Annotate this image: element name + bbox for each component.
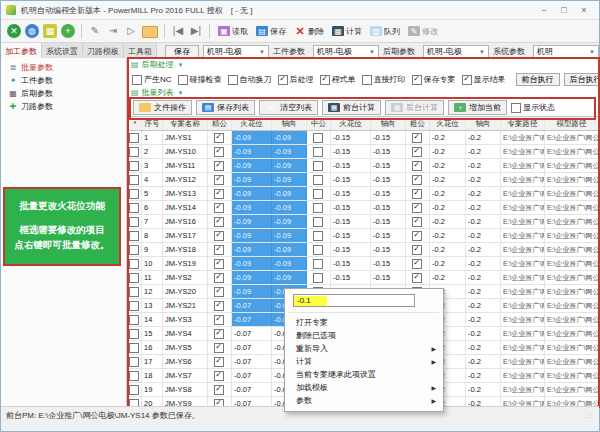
menu-item-计算[interactable]: 计算▶ [285, 355, 443, 368]
row-checkbox[interactable] [129, 343, 139, 353]
menu-item-打开专案[interactable]: 打开专案 [285, 316, 443, 329]
tree-item-工件参数[interactable]: ✦工件参数 [8, 74, 126, 87]
table-row[interactable]: 10JM-YS19-0.09-0.09-0.15-0.15-0.2-0.2E:\… [129, 257, 598, 271]
mid-enable-cell[interactable] [307, 271, 331, 284]
mid-axial-cell[interactable]: -0.15 [371, 173, 406, 186]
rough-spark-cell[interactable]: -0.2 [430, 159, 466, 172]
mid-spark-cell[interactable]: -0.15 [331, 243, 371, 256]
fine-axial-cell[interactable]: -0.09 [272, 257, 307, 270]
fine-enable-cell[interactable] [208, 383, 232, 396]
file-operation-button[interactable]: 文件操作 [133, 100, 192, 115]
run-icon[interactable]: ▷ [124, 24, 138, 38]
row-select-cell[interactable] [129, 299, 142, 312]
background-calc-button[interactable]: ▦后台计算 [385, 100, 444, 115]
mid-enable-cell[interactable] [307, 229, 331, 242]
rough-axial-cell[interactable]: -0.2 [466, 369, 501, 382]
table-row[interactable]: 9JM-YS18-0.09-0.09-0.15-0.15-0.2-0.2E:\企… [129, 243, 598, 257]
row-checkbox[interactable] [129, 231, 139, 241]
fine-spark-cell[interactable]: -0.09 [232, 257, 272, 270]
fine-enable-cell[interactable] [208, 271, 232, 284]
fine-spark-cell[interactable]: -0.07 [232, 383, 272, 396]
fine-spark-cell[interactable]: -0.09 [232, 201, 272, 214]
fine-enable-cell[interactable] [208, 355, 232, 368]
rough-axial-cell[interactable]: -0.2 [466, 159, 501, 172]
mid-axial-cell[interactable]: -0.15 [371, 159, 406, 172]
后台执行-button[interactable]: 后台执行 [564, 73, 600, 86]
menu-item-重新导入[interactable]: 重新导入▶ [285, 342, 443, 355]
rough-axial-cell[interactable]: -0.2 [466, 145, 501, 158]
rough-enable-cell[interactable] [406, 173, 430, 186]
row-checkbox[interactable] [129, 315, 139, 325]
rough-enable-cell[interactable] [406, 145, 430, 158]
mid-enable-cell[interactable] [307, 201, 331, 214]
mid-axial-cell[interactable]: -0.15 [371, 243, 406, 256]
row-select-cell[interactable] [129, 243, 142, 256]
fine-axial-cell[interactable]: -0.09 [272, 229, 307, 242]
clear-list-button[interactable]: ✕清空列表 [259, 100, 318, 115]
checkbox-显示结果[interactable]: 显示结果 [462, 74, 506, 85]
tree-item-后期参数[interactable]: ▦后期参数 [8, 87, 126, 100]
rough-axial-cell[interactable]: -0.2 [466, 383, 501, 396]
fine-enable-cell[interactable] [208, 215, 232, 228]
calculate-button[interactable]: ▦计算 [330, 25, 364, 38]
fine-enable-cell[interactable] [208, 145, 232, 158]
rough-enable-cell[interactable] [406, 201, 430, 214]
前台执行-button[interactable]: 前台执行 [516, 73, 560, 86]
row-checkbox[interactable] [129, 245, 139, 255]
mid-enable-cell[interactable] [307, 257, 331, 270]
rough-axial-cell[interactable]: -0.2 [466, 299, 501, 312]
fine-axial-cell[interactable]: -0.09 [272, 215, 307, 228]
fine-enable-cell[interactable] [208, 257, 232, 270]
row-checkbox[interactable] [129, 273, 139, 283]
mid-spark-cell[interactable]: -0.15 [331, 215, 371, 228]
fine-enable-cell[interactable] [208, 327, 232, 340]
rough-axial-cell[interactable]: -0.2 [466, 229, 501, 242]
read-button[interactable]: ▣读取 [216, 25, 250, 38]
fine-spark-cell[interactable]: -0.09 [232, 159, 272, 172]
row-select-cell[interactable] [129, 215, 142, 228]
rough-axial-cell[interactable]: -0.2 [466, 341, 501, 354]
rough-enable-cell[interactable] [406, 271, 430, 284]
spark-value-input[interactable]: -0.1 [293, 294, 415, 307]
fine-spark-cell[interactable]: -0.07 [232, 327, 272, 340]
row-select-cell[interactable] [129, 327, 142, 340]
table-row[interactable]: 6JM-YS14-0.09-0.09-0.15-0.15-0.2-0.2E:\企… [129, 201, 598, 215]
post-process-section-header[interactable]: ▤ 后期处理 ▼ [131, 59, 184, 70]
rough-enable-cell[interactable] [406, 243, 430, 256]
fine-axial-cell[interactable]: -0.09 [272, 201, 307, 214]
row-checkbox[interactable] [129, 329, 139, 339]
mid-enable-cell[interactable] [307, 187, 331, 200]
fine-axial-cell[interactable]: -0.09 [272, 159, 307, 172]
checkbox-碰撞检查[interactable]: 碰撞检查 [178, 74, 222, 85]
rough-enable-cell[interactable] [406, 215, 430, 228]
stop-icon[interactable]: ✕ [7, 24, 21, 38]
row-checkbox[interactable] [129, 147, 139, 157]
add-icon[interactable]: + [61, 24, 75, 38]
rough-spark-cell[interactable]: -0.2 [430, 243, 466, 256]
rough-enable-cell[interactable] [406, 159, 430, 172]
menu-item-加载模板[interactable]: 加载模板▶ [285, 381, 443, 394]
fine-spark-cell[interactable]: -0.09 [232, 173, 272, 186]
rough-axial-cell[interactable]: -0.2 [466, 173, 501, 186]
mid-enable-cell[interactable] [307, 243, 331, 256]
chart-icon[interactable]: ▦ [43, 24, 57, 38]
mid-enable-cell[interactable] [307, 173, 331, 186]
row-checkbox[interactable] [129, 203, 139, 213]
row-select-cell[interactable] [129, 229, 142, 242]
fine-enable-cell[interactable] [208, 313, 232, 326]
mid-spark-cell[interactable]: -0.15 [331, 187, 371, 200]
fine-spark-cell[interactable]: -0.09 [232, 215, 272, 228]
fine-spark-cell[interactable]: -0.07 [232, 341, 272, 354]
mid-axial-cell[interactable]: -0.15 [371, 201, 406, 214]
rough-spark-cell[interactable]: -0.2 [430, 145, 466, 158]
row-checkbox[interactable] [129, 161, 139, 171]
fine-enable-cell[interactable] [208, 243, 232, 256]
row-select-cell[interactable] [129, 355, 142, 368]
add-current-button[interactable]: ＋增加当前 [448, 100, 507, 115]
row-checkbox[interactable] [129, 287, 139, 297]
rough-spark-cell[interactable]: -0.2 [430, 229, 466, 242]
row-select-cell[interactable] [129, 285, 142, 298]
table-row[interactable]: 1JM-YS1-0.09-0.09-0.15-0.15-0.2-0.2E:\企业… [129, 131, 598, 145]
rough-spark-cell[interactable]: -0.2 [430, 131, 466, 144]
fine-axial-cell[interactable]: -0.09 [272, 243, 307, 256]
